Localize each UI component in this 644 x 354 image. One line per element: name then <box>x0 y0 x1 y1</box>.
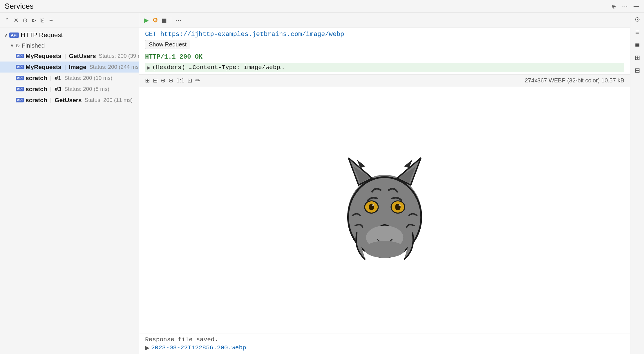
item-api-badge: API <box>16 76 24 80</box>
zoom-out-icon[interactable]: ⊖ <box>169 77 173 84</box>
svg-point-16 <box>364 241 405 258</box>
filter-icon[interactable]: ⊳ <box>32 17 37 24</box>
sub-arrow: ∨ <box>10 43 14 48</box>
item-separator: | <box>50 86 52 93</box>
item-name: MyRequests <box>26 53 61 59</box>
grid-icon[interactable]: ⊟ <box>153 77 158 84</box>
response-url-bar: GET https://ijhttp-examples.jetbrains.co… <box>139 28 630 50</box>
main-layout: ⌃ ✕ ⊙ ⊳ ⎘ ＋ ∨ API HTTP Request ∨ ↻ Finis… <box>0 13 644 354</box>
headers-content: (Headers) …Content-Type: image/webp… <box>152 64 284 71</box>
settings-icon[interactable]: ⚙ <box>152 17 158 24</box>
run-icon[interactable]: ▶ <box>144 17 149 24</box>
item-name: MyRequests <box>26 64 61 71</box>
item-status: Status: 200 (10 ms) <box>64 75 113 81</box>
minimize-icon[interactable]: — <box>634 3 639 10</box>
footer-arrow-icon: ▶ <box>145 344 149 351</box>
wolf-image <box>338 148 431 272</box>
more-icon[interactable]: ⋯ <box>175 17 182 24</box>
add-icon[interactable]: ＋ <box>48 16 54 24</box>
tree-item[interactable]: API scratch | #3 Status: 200 (8 ms) <box>0 84 139 95</box>
item-separator: | <box>50 97 52 104</box>
image-display <box>139 86 630 333</box>
response-status: HTTP/1.1 200 OK <box>145 53 624 61</box>
image-toolbar: ⊞ ⊟ ⊕ ⊖ 1:1 ⊡ ✏ 274x367 WEBP (32-bit col… <box>139 74 630 86</box>
item-sub: GetUsers <box>69 53 96 59</box>
item-sub: GetUsers <box>55 97 82 104</box>
edge-save-icon[interactable]: ⊞ <box>635 54 640 62</box>
edit-icon[interactable]: ✏ <box>195 77 200 84</box>
separator <box>171 17 171 23</box>
app-title: Services <box>5 2 34 11</box>
item-status: Status: 200 (39 ms) <box>99 53 139 59</box>
item-api-badge: API <box>16 87 24 91</box>
item-separator: | <box>64 53 66 59</box>
item-sub: Image <box>69 64 86 71</box>
edge-copy-icon[interactable]: ⊟ <box>635 67 640 74</box>
item-status: Status: 200 (244 ms) <box>89 64 139 70</box>
right-panel: ▶ ⚙ ◼ ⋯ GET https://ijhttp-examples.jetb… <box>139 13 630 354</box>
zoom-in-icon[interactable]: ⊕ <box>161 77 166 84</box>
up-icon[interactable]: ⌃ <box>5 17 10 24</box>
headers-arrow: ▶ <box>147 64 151 71</box>
item-api-badge: API <box>16 98 24 102</box>
tree-item-selected[interactable]: API MyRequests | Image Status: 200 (244 … <box>0 62 139 73</box>
response-status-bar: HTTP/1.1 200 OK <box>139 50 630 62</box>
frame-icon[interactable]: ⊡ <box>187 77 192 84</box>
sidebar-tree: ∨ API HTTP Request ∨ ↻ Finished API MyRe… <box>0 28 139 354</box>
group-arrow: ∨ <box>4 32 8 38</box>
tree-group-header[interactable]: ∨ API HTTP Request <box>0 30 139 41</box>
sidebar-toolbar: ⌃ ✕ ⊙ ⊳ ⎘ ＋ <box>0 13 139 28</box>
svg-point-12 <box>372 204 374 206</box>
response-footer: Response file saved. ▶ 2023-08-22T122856… <box>139 333 630 354</box>
item-sub: #1 <box>55 75 61 82</box>
edge-list-icon[interactable]: ≡ <box>635 28 639 36</box>
stop-icon[interactable]: ◼ <box>162 17 167 24</box>
item-name: scratch <box>26 86 47 93</box>
tree-item[interactable]: API scratch | GetUsers Status: 200 (11 m… <box>0 95 139 106</box>
edge-list-down-icon[interactable]: ≣ <box>635 41 640 49</box>
item-separator: | <box>50 75 52 82</box>
more-options-icon[interactable]: ⋯ <box>622 3 628 10</box>
item-api-badge: API <box>16 54 24 58</box>
item-separator: | <box>64 64 66 71</box>
image-info: 274x367 WEBP (32-bit color) 10.57 kB <box>525 77 624 84</box>
eye-icon[interactable]: ⊙ <box>23 17 28 24</box>
sub-header-label: Finished <box>22 42 45 49</box>
one-to-one-button[interactable]: 1:1 <box>176 77 184 84</box>
item-sub: #3 <box>55 86 61 93</box>
item-name: scratch <box>26 75 47 82</box>
tree-item[interactable]: API MyRequests | GetUsers Status: 200 (3… <box>0 50 139 62</box>
headers-line[interactable]: ▶ (Headers) …Content-Type: image/webp… <box>145 63 624 72</box>
item-api-badge: API <box>16 65 24 69</box>
response-url: GET https://ijhttp-examples.jetbrains.co… <box>145 31 624 38</box>
item-status: Status: 200 (8 ms) <box>64 86 109 92</box>
footer-arrow-line: ▶ 2023-08-22T122856.200.webp <box>145 344 624 351</box>
item-status: Status: 200 (11 ms) <box>85 97 133 103</box>
split-icon[interactable]: ⎘ <box>41 17 44 24</box>
title-bar: Services ⊕ ⋯ — <box>0 0 644 13</box>
add-service-icon[interactable]: ⊕ <box>611 3 616 10</box>
fit-icon[interactable]: ⊞ <box>145 77 150 84</box>
tree-item[interactable]: API scratch | #1 Status: 200 (10 ms) <box>0 73 139 84</box>
response-headers: ▶ (Headers) …Content-Type: image/webp… <box>139 62 630 74</box>
show-request-button[interactable]: Show Request <box>145 40 190 49</box>
item-name: scratch <box>26 97 47 104</box>
group-label: HTTP Request <box>21 31 63 39</box>
svg-point-13 <box>399 204 401 206</box>
refresh-icon: ↻ <box>15 42 20 49</box>
api-badge: API <box>9 32 19 38</box>
title-bar-actions: ⊕ ⋯ — <box>611 3 639 10</box>
close-icon[interactable]: ✕ <box>14 17 19 24</box>
footer-saved-text: Response file saved. <box>145 336 624 343</box>
footer-file-link[interactable]: 2023-08-22T122856.200.webp <box>151 344 246 351</box>
right-edge-panel: ⊙ ≡ ≣ ⊞ ⊟ <box>630 13 644 354</box>
response-toolbar: ▶ ⚙ ◼ ⋯ <box>139 13 630 28</box>
edge-eye-icon[interactable]: ⊙ <box>635 16 640 23</box>
tree-sub-header[interactable]: ∨ ↻ Finished <box>0 41 139 50</box>
sidebar: ⌃ ✕ ⊙ ⊳ ⎘ ＋ ∨ API HTTP Request ∨ ↻ Finis… <box>0 13 139 354</box>
